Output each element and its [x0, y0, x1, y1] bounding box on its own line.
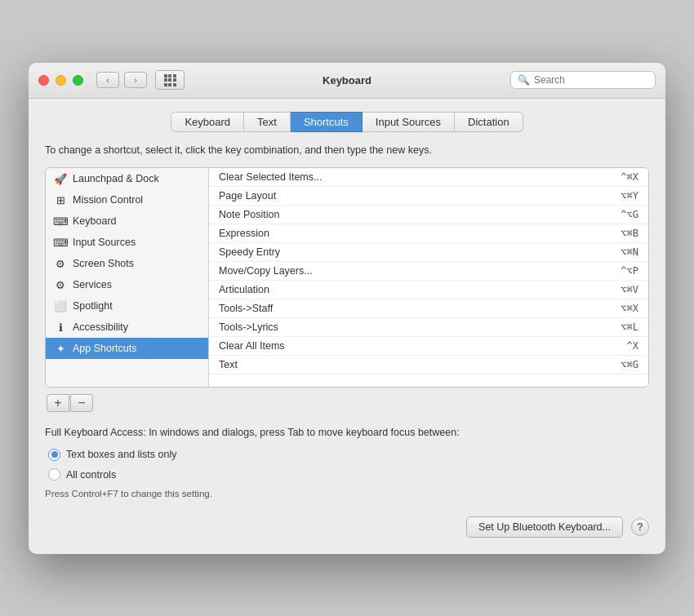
shortcut-key: ⌥⌘V: [621, 284, 638, 295]
spotlight-icon: ⬜: [54, 299, 67, 312]
shortcut-label: Expression: [219, 228, 269, 239]
sidebar-item-keyboard[interactable]: ⌨ Keyboard: [46, 211, 208, 232]
remove-shortcut-button[interactable]: −: [70, 394, 93, 412]
sidebar-item-services[interactable]: ⚙ Services: [46, 274, 208, 295]
radio-text-boxes[interactable]: Text boxes and lists only: [48, 447, 649, 463]
titlebar: ‹ › Keyboard 🔍: [29, 63, 665, 99]
shortcut-row-text[interactable]: Text ⌥⌘G: [209, 356, 648, 374]
radio-label-text-boxes: Text boxes and lists only: [66, 447, 177, 463]
window-title: Keyboard: [323, 74, 371, 86]
minimize-button[interactable]: [56, 75, 66, 86]
radio-label-all-controls: All controls: [66, 468, 116, 483]
sidebar-item-input-sources[interactable]: ⌨ Input Sources: [46, 232, 208, 253]
shortcut-label: Speedy Entry: [219, 246, 280, 258]
shortcut-label: Clear All Items: [219, 340, 285, 352]
sidebar-item-label: Accessibility: [73, 321, 128, 333]
shortcut-row-page-layout[interactable]: Page Layout ⌥⌘Y: [209, 187, 648, 206]
tab-shortcuts[interactable]: Shortcuts: [291, 112, 363, 132]
nav-buttons: ‹ ›: [96, 72, 147, 88]
plus-icon: +: [54, 397, 61, 410]
maximize-button[interactable]: [73, 75, 83, 86]
sidebar-item-mission-control[interactable]: ⊞ Mission Control: [46, 189, 208, 211]
add-shortcut-button[interactable]: +: [47, 394, 69, 412]
detail-panel: Clear Selected Items... ^⌘X Page Layout …: [209, 168, 648, 387]
sidebar-item-screenshots[interactable]: ⚙ Screen Shots: [46, 253, 208, 274]
sidebar-item-spotlight[interactable]: ⬜ Spotlight: [46, 295, 208, 317]
shortcut-key: ⌥⌘Y: [621, 190, 638, 202]
shortcut-label: Tools->Staff: [219, 303, 273, 314]
setup-bluetooth-button[interactable]: Set Up Bluetooth Keyboard...: [466, 516, 623, 538]
tab-keyboard[interactable]: Keyboard: [171, 112, 244, 132]
forward-button[interactable]: ›: [124, 72, 147, 88]
accessibility-icon: ℹ: [54, 321, 67, 334]
traffic-lights: [38, 75, 83, 86]
sidebar-item-label: Mission Control: [73, 194, 143, 206]
content-area: Keyboard Text Shortcuts Input Sources Di…: [29, 99, 665, 554]
main-panel: 🚀 Launchpad & Dock ⊞ Mission Control ⌨ K…: [45, 167, 649, 388]
radio-button-all-controls[interactable]: [48, 468, 60, 481]
search-input[interactable]: [534, 74, 648, 86]
sidebar-item-label: Services: [73, 279, 112, 290]
help-icon: ?: [637, 521, 643, 533]
sidebar: 🚀 Launchpad & Dock ⊞ Mission Control ⌨ K…: [46, 168, 209, 387]
keyboard-access-label: Full Keyboard Access: In windows and dia…: [45, 427, 460, 438]
sidebar-item-label: Keyboard: [73, 215, 117, 227]
shortcut-row-speedy-entry[interactable]: Speedy Entry ⌥⌘N: [209, 243, 648, 262]
sidebar-item-app-shortcuts[interactable]: ✦ App Shortcuts: [46, 338, 208, 359]
sidebar-item-label: Spotlight: [73, 300, 113, 312]
radio-all-controls[interactable]: All controls: [48, 468, 649, 483]
shortcut-label: Page Layout: [219, 190, 276, 202]
search-icon: 🔍: [518, 74, 530, 86]
tab-dictation[interactable]: Dictation: [455, 112, 523, 132]
sidebar-item-label: Input Sources: [73, 237, 136, 248]
keyboard-preferences-window: ‹ › Keyboard 🔍 Keyboard Text Shortcuts I…: [29, 63, 665, 554]
radio-dot: [51, 451, 58, 458]
shortcut-key: ⌥⌘X: [621, 303, 638, 314]
grid-button[interactable]: [155, 70, 185, 90]
shortcut-label: Move/Copy Layers...: [219, 265, 313, 277]
shortcuts-list[interactable]: Clear Selected Items... ^⌘X Page Layout …: [209, 168, 648, 387]
services-icon: ⚙: [54, 278, 67, 291]
radio-button-text-boxes[interactable]: [48, 449, 60, 461]
shortcut-key: ⌥⌘L: [621, 321, 638, 333]
search-box[interactable]: 🔍: [510, 71, 656, 89]
tab-bar: Keyboard Text Shortcuts Input Sources Di…: [45, 112, 649, 132]
shortcut-key: ^X: [627, 340, 638, 352]
close-button[interactable]: [38, 75, 49, 86]
shortcut-key: ⌥⌘N: [621, 246, 638, 258]
shortcut-row-clear-selected[interactable]: Clear Selected Items... ^⌘X: [209, 168, 648, 187]
back-icon: ‹: [106, 75, 109, 85]
footer: Set Up Bluetooth Keyboard... ?: [45, 516, 649, 538]
shortcut-key: ⌥⌘B: [621, 228, 638, 239]
shortcut-label: Note Position: [219, 209, 279, 220]
screenshots-icon: ⚙: [54, 257, 67, 270]
shortcut-row-tools-lyrics[interactable]: Tools->Lyrics ⌥⌘L: [209, 318, 648, 337]
sidebar-item-label: Screen Shots: [73, 258, 134, 269]
sidebar-item-launchpad[interactable]: 🚀 Launchpad & Dock: [46, 168, 208, 189]
help-button[interactable]: ?: [631, 518, 649, 536]
sidebar-item-accessibility[interactable]: ℹ Accessibility: [46, 317, 208, 338]
add-remove-buttons: + −: [47, 394, 649, 412]
sidebar-item-label: App Shortcuts: [73, 343, 137, 354]
shortcut-row-tools-staff[interactable]: Tools->Staff ⌥⌘X: [209, 299, 648, 318]
radio-group: Text boxes and lists only All controls: [48, 447, 649, 483]
shortcut-label: Tools->Lyrics: [219, 321, 278, 333]
shortcut-key: ⌥⌘G: [621, 359, 638, 370]
tab-text[interactable]: Text: [244, 112, 291, 132]
shortcut-row-note-position[interactable]: Note Position ^⌥G: [209, 206, 648, 224]
description-text: To change a shortcut, select it, click t…: [45, 144, 649, 158]
shortcut-row-move-copy[interactable]: Move/Copy Layers... ^⌥P: [209, 262, 648, 281]
back-button[interactable]: ‹: [96, 72, 119, 88]
keyboard-icon: ⌨: [54, 215, 67, 228]
forward-icon: ›: [134, 75, 137, 85]
grid-icon: [164, 74, 176, 86]
mission-control-icon: ⊞: [54, 193, 67, 206]
shortcut-label: Text: [219, 359, 238, 370]
app-shortcuts-icon: ✦: [54, 342, 67, 355]
shortcut-row-expression[interactable]: Expression ⌥⌘B: [209, 224, 648, 243]
shortcut-row-articulation[interactable]: Articulation ⌥⌘V: [209, 281, 648, 299]
launchpad-icon: 🚀: [54, 172, 67, 185]
shortcut-row-clear-all[interactable]: Clear All Items ^X: [209, 337, 648, 356]
input-sources-icon: ⌨: [54, 236, 67, 249]
tab-input-sources[interactable]: Input Sources: [363, 112, 455, 132]
